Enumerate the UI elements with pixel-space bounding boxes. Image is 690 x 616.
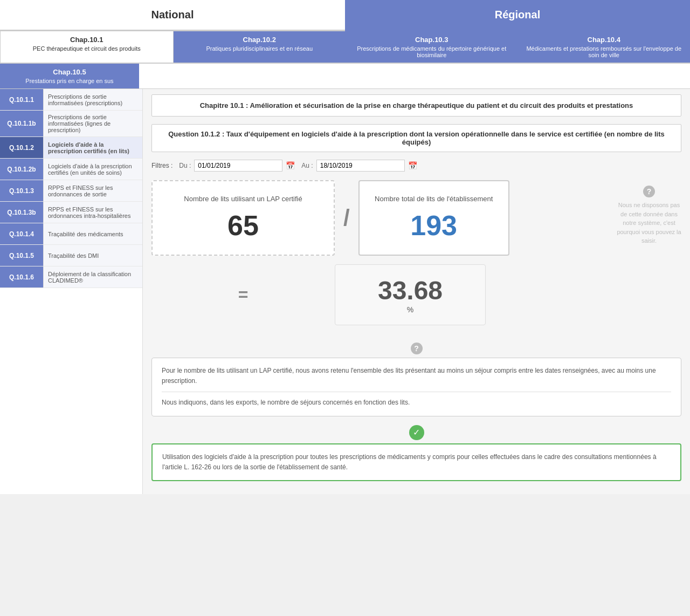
sidebar-item-q10101[interactable]: Q.10.1.1 Prescriptions de sortie informa…: [0, 89, 142, 111]
filters-label: Filtres :: [151, 162, 172, 169]
chap105-title: Chap.10.5: [3, 68, 136, 76]
sidebar-text-q10103: RPPS et FINESS sur les ordonnances de so…: [43, 180, 142, 201]
tab-chap104[interactable]: Chap.10.4 Médicaments et prestations rem…: [518, 31, 691, 63]
filter-from-label: Du :: [179, 162, 191, 169]
sidebar-text-q10104: Traçabilité des médicaments: [43, 223, 142, 244]
chap105-sub: Prestations pris en charge en sus: [3, 78, 136, 84]
chapter-heading-text: Chapitre 10.1 : Amélioration et sécurisa…: [200, 101, 633, 109]
tab-regional[interactable]: Régional: [345, 0, 690, 31]
divider-symbol: /: [343, 205, 350, 231]
chap103-title: Chap.10.3: [349, 36, 515, 44]
calendar-from-icon[interactable]: 📅: [286, 161, 295, 170]
filter-to-label: Au :: [301, 162, 313, 169]
sidebar-label-q10104: Q.10.1.4: [0, 223, 43, 244]
chapter-heading: Chapitre 10.1 : Amélioration et sécurisa…: [151, 94, 681, 117]
tab-chap101[interactable]: Chap.10.1 PEC thérapeutique et circuit d…: [0, 31, 174, 63]
sidebar-item-q10103[interactable]: Q.10.1.3 RPPS et FINESS sur les ordonnan…: [0, 180, 142, 202]
question-heading-text: Question 10.1.2 : Taux d'équipement en l…: [168, 130, 665, 146]
numerator-box: Nombre de lits utilisant un LAP certifié…: [151, 180, 335, 256]
question-heading: Question 10.1.2 : Taux d'équipement en l…: [151, 124, 681, 152]
sidebar-text-q10105: Traçabilité des DMI: [43, 245, 142, 266]
tab-chap103[interactable]: Chap.10.3 Prescriptions de médicaments d…: [346, 31, 518, 63]
result-box: 33.68 %: [335, 264, 486, 325]
tab-chap105[interactable]: Chap.10.5 Prestations pris en charge en …: [0, 64, 139, 88]
sidebar-label-q10103b: Q.10.1.3b: [0, 202, 43, 223]
result-value: 33.68: [344, 276, 477, 305]
filter-to-input[interactable]: [316, 160, 405, 172]
sidebar-text-q10102b: Logiciels d'aide à la prescription certi…: [43, 159, 142, 180]
sidebar-item-q10102b[interactable]: Q.10.1.2b Logiciels d'aide à la prescrip…: [0, 159, 142, 180]
tab-chap102[interactable]: Chap.10.2 Pratiques pluridisciplinaires …: [174, 31, 346, 63]
chap101-sub: PEC thérapeutique et circuit des produit…: [4, 45, 170, 52]
filter-to-group: Au : 📅: [301, 160, 417, 172]
denominator-box[interactable]: Nombre total de lits de l'établissement …: [358, 180, 509, 256]
sidebar-item-q10102[interactable]: Q.10.1.2 Logiciels d'aide à la prescript…: [0, 137, 142, 159]
denominator-value: 193: [410, 209, 457, 242]
national-label: National: [151, 9, 194, 20]
chap104-sub: Médicaments et prestations remboursés su…: [521, 45, 687, 58]
help-icon-side[interactable]: ?: [643, 186, 655, 197]
sidebar-item-q10106[interactable]: Q.10.1.6 Déploiement de la classificatio…: [0, 266, 142, 288]
chap102-sub: Pratiques pluridisciplinaires et en rése…: [177, 45, 343, 52]
tab-national[interactable]: National: [0, 0, 345, 31]
chap101-title: Chap.10.1: [4, 36, 170, 44]
info-box-1-line2: Nous indiquons, dans les exports, le nom…: [162, 398, 671, 408]
filter-from-group: Du : 📅: [179, 160, 295, 172]
chapter-tabs-row1: Chap.10.1 PEC thérapeutique et circuit d…: [0, 31, 690, 64]
sidebar-text-q10106: Déploiement de la classification CLADIME…: [43, 266, 142, 288]
info-box-2: Utilisation des logiciels d'aide à la pr…: [151, 443, 681, 481]
sidebar-text-q10101: Prescriptions de sortie informatisées (p…: [43, 89, 142, 110]
help-icon-info1[interactable]: ?: [411, 343, 423, 354]
info-box-2-text: Utilisation des logiciels d'aide à la pr…: [162, 452, 671, 473]
equals-symbol: =: [238, 285, 249, 305]
sidebar-item-q10103b[interactable]: Q.10.1.3b RPPS et FINESS sur les ordonna…: [0, 202, 142, 223]
right-content: Chapitre 10.1 : Amélioration et sécurisa…: [143, 89, 690, 494]
sidebar-label-q10101: Q.10.1.1: [0, 89, 43, 110]
sidebar-label-q10106: Q.10.1.6: [0, 266, 43, 288]
side-note-text: Nous ne disposons pas de cette donnée da…: [617, 201, 681, 245]
numerator-value: 65: [227, 209, 259, 242]
numerator-title: Nombre de lits utilisant un LAP certifié: [184, 194, 302, 204]
info-box-1-line1: Pour le nombre de lits utilisant un LAP …: [162, 366, 671, 386]
sidebar-label-q10103: Q.10.1.3: [0, 180, 43, 201]
sidebar-text-q10103b: RPPS et FINESS sur les ordonnances intra…: [43, 202, 142, 223]
sidebar-label-q10102b: Q.10.1.2b: [0, 159, 43, 180]
filters-bar: Filtres : Du : 📅 Au : 📅: [151, 160, 681, 172]
sidebar-text-q10102: Logiciels d'aide à la prescription certi…: [43, 137, 142, 158]
regional-label: Régional: [495, 9, 540, 20]
sidebar-label-q10105: Q.10.1.5: [0, 245, 43, 266]
sidebar-item-q10104[interactable]: Q.10.1.4 Traçabilité des médicaments: [0, 223, 142, 245]
denominator-title: Nombre total de lits de l'établissement: [375, 194, 493, 204]
sidebar-item-q10105[interactable]: Q.10.1.5 Traçabilité des DMI: [0, 245, 142, 266]
sidebar-text-q10101b: Prescriptions de sortie informatisées (l…: [43, 111, 142, 136]
calendar-to-icon[interactable]: 📅: [408, 161, 417, 170]
sidebar-label-q10102: Q.10.1.2: [0, 137, 43, 158]
chap103-sub: Prescriptions de médicaments du répertoi…: [349, 45, 515, 58]
result-pct: %: [344, 305, 477, 314]
chap102-title: Chap.10.2: [177, 36, 343, 44]
sidebar-label-q10101b: Q.10.1.1b: [0, 111, 43, 136]
side-note-area: ? Nous ne disposons pas de cette donnée …: [617, 186, 681, 245]
main-layout: Q.10.1.1 Prescriptions de sortie informa…: [0, 89, 690, 494]
sidebar: Q.10.1.1 Prescriptions de sortie informa…: [0, 89, 143, 494]
chap104-title: Chap.10.4: [521, 36, 687, 44]
check-icon-info2: ✓: [409, 425, 424, 440]
sidebar-item-q10101b[interactable]: Q.10.1.1b Prescriptions de sortie inform…: [0, 111, 142, 137]
filter-from-input[interactable]: [194, 160, 282, 172]
info-box-1: Pour le nombre de lits utilisant un LAP …: [151, 358, 681, 416]
chapter-tabs-row2: Chap.10.5 Prestations pris en charge en …: [0, 64, 690, 89]
